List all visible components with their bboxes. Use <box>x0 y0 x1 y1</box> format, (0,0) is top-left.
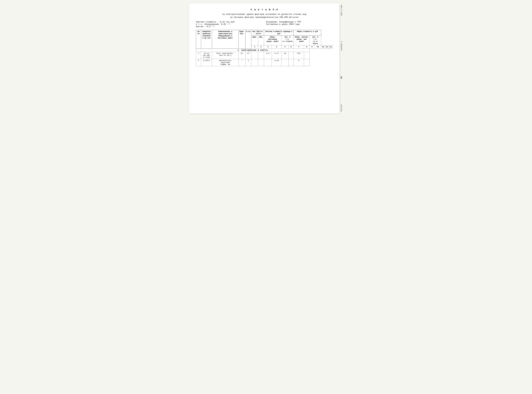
th-preis: Наименовпрейскурпенникови №№ поз <box>201 30 212 49</box>
th-col11: II <box>321 45 325 49</box>
row2-ed: " <box>239 59 245 66</box>
meta-equip: в т.ч. оборудование– 0,02 –"– <box>196 23 263 26</box>
th-ob-obor: обору- монтаж-дован. ных работ <box>294 36 310 45</box>
row2-name: ВыключательпакетныйГПВМН– 60 <box>212 59 239 66</box>
row1-sm9: 4,27 <box>272 52 281 59</box>
th-sm-vsego: все- в т.ч.го з/плата <box>281 36 294 45</box>
th-ob-vsego: все- в т.ч.го з/плата <box>310 36 321 45</box>
meta-cost: Сметная стоимость – 0,32 тыс.руб. <box>196 21 263 23</box>
meta-montaj: монтаж – 0,3 –"– <box>196 26 263 28</box>
row2-sm10: – <box>281 59 289 66</box>
main-table: №№пп Наименовпрейскурпенникови №№ поз На… <box>196 30 333 86</box>
row2-kzo: 2 <box>245 59 251 66</box>
th-ves-ed: един. <box>251 36 258 45</box>
th-col8: 8 <box>304 45 310 49</box>
th-col4: 4 <box>272 45 281 49</box>
th-sm-top: Сметная стоимость единицы в руб <box>264 30 294 36</box>
th-col7: 7 <box>294 45 304 49</box>
section-heading-row: I. ОБОРУДОВАНИЕ И МОНТАХ <box>196 49 333 52</box>
filler-row <box>196 66 333 73</box>
th-col3: 3 <box>264 45 272 49</box>
row2-ves2 <box>258 59 264 66</box>
row1-sm8: 6,6 <box>264 52 272 59</box>
right-label-bottom: 732/6-05 <box>341 105 342 112</box>
row1-ves2 <box>258 52 264 59</box>
th-sm-obor: обору- монтажныхдован. работ <box>264 36 282 45</box>
th-kzo: К-зо <box>245 30 251 49</box>
th-col12: I2 <box>325 45 329 49</box>
document-subtitle: на электроотопление здания фильтров уста… <box>196 13 333 19</box>
row1-ob13 <box>304 52 310 59</box>
th-col5: 5 <box>281 45 289 49</box>
subtitle-line2: на песчаных фильтрах производительностью… <box>196 16 333 19</box>
meta-section: Сметная стоимость – 0,32 тыс.руб. в т.ч.… <box>196 21 333 28</box>
meta-right: Основание: Спецификация к ТРП Составлена… <box>266 21 333 28</box>
table-header-row1: №№пп Наименовпрейскурпенникови №№ поз На… <box>196 30 333 36</box>
table-row: 2 8-5973 ВыключательпакетныйГПВМН– 60 " … <box>196 59 333 66</box>
right-label-page-num: 14 <box>340 76 343 79</box>
th-name: Наименование ихарактеристикаоборудования… <box>212 30 239 49</box>
th-num: №№пп <box>196 30 201 49</box>
right-label-middle: Альбом 4 <box>341 41 343 51</box>
row2-num: 2 <box>196 59 201 66</box>
row2-sm8 <box>264 59 272 66</box>
filler-row2 <box>196 73 333 80</box>
th-ob-top: Общая стоимость в руб <box>294 30 321 36</box>
th-ves-obsh: общ. <box>258 36 264 45</box>
row1-kzo: 27 <box>245 52 251 59</box>
row1-num: 1 <box>196 52 201 59</box>
row2-ves1 <box>251 59 258 66</box>
row1-name: Печь электричес-кая ПТ-10-2 <box>212 52 239 59</box>
th-col6: 6 <box>289 45 294 49</box>
th-col2: 2 <box>258 45 264 49</box>
meta-year: Составлена в ценах 1969 года <box>266 23 333 26</box>
filler-row3 <box>196 80 333 86</box>
th-col1: 1 <box>251 45 258 49</box>
table-row: 1 15-1468-1068-7120 Печь электричес-кая … <box>196 52 333 59</box>
row1-preis: 15-1468-1068-7120 <box>201 52 212 59</box>
th-ves-top: Вес брутто– нетто <box>251 30 264 36</box>
row1-sm10: 18 <box>281 52 289 59</box>
document-page: С м е т а № I-4 на электроотопление здан… <box>189 3 339 114</box>
th-col13: I3 <box>329 45 333 49</box>
row2-preis: 8-5973 <box>201 59 212 66</box>
document-title: С м е т а № I-4 <box>196 8 333 11</box>
right-labels: 902-2-246 Альбом 4 14 732/6-05 <box>340 3 343 114</box>
right-label-top: 902-2-246 <box>341 5 343 16</box>
th-ed: Един.изм. <box>239 30 245 49</box>
meta-basis: Основание: Спецификация к ТРП <box>266 21 333 23</box>
row2-ob12: 9 <box>294 59 304 66</box>
row1-sm11 <box>289 52 294 59</box>
th-col10: IO <box>315 45 321 49</box>
row1-ob12: II5 <box>294 52 304 59</box>
row2-sm11 <box>289 59 294 66</box>
row2-ob13 <box>304 59 310 66</box>
meta-left: Сметная стоимость – 0,32 тыс.руб. в т.ч.… <box>196 21 263 28</box>
th-col9: 9 <box>310 45 314 49</box>
row2-sm9: 4,48 <box>272 59 281 66</box>
row1-ves1 <box>251 52 258 59</box>
section-heading-cell: I. ОБОРУДОВАНИЕ И МОНТАХ <box>196 49 310 52</box>
row1-ed: шт <box>239 52 245 59</box>
subtitle-line1: на электроотопление здания фильтров уста… <box>196 13 333 16</box>
